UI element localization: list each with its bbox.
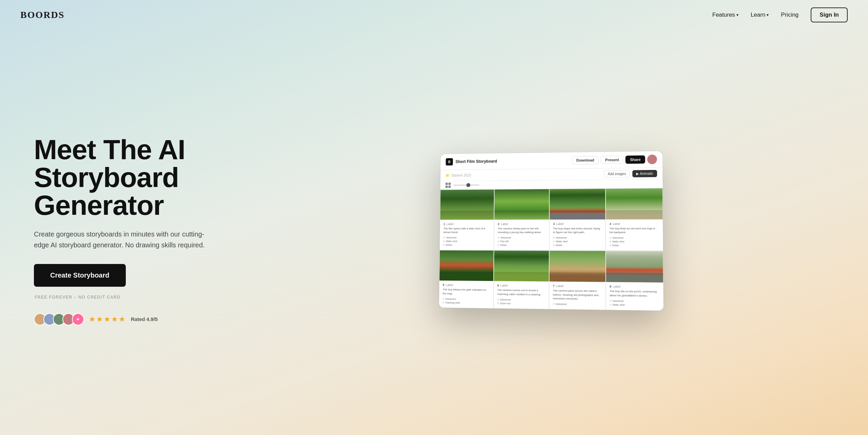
hero-title: Meet The AI Storyboard Generator bbox=[34, 136, 231, 219]
nav-learn[interactable]: Learn ▾ bbox=[751, 12, 769, 18]
cell-field3: Notes bbox=[446, 244, 452, 247]
cell-desc: The film opens with a wide shot of a den… bbox=[443, 227, 490, 234]
create-storyboard-button[interactable]: Create Storyboard bbox=[34, 264, 126, 287]
story-cell-2[interactable]: 2 Label The camera slowly pans to the le… bbox=[494, 189, 550, 251]
story-cell-4[interactable]: 4 Label The boy finds an old worn-out ma… bbox=[606, 188, 663, 251]
cell-label: Label bbox=[446, 222, 453, 226]
app-subtitle-folder-icon: 📁 bbox=[446, 174, 450, 177]
scene-image-5 bbox=[439, 250, 493, 281]
chevron-down-icon: ▾ bbox=[767, 13, 769, 17]
story-cell-5[interactable]: 5 Label The boy follows the path indicat… bbox=[439, 250, 494, 308]
scene-image-7 bbox=[550, 251, 606, 282]
story-cell-6[interactable]: 6 Label The camera zooms out to reveal a… bbox=[493, 250, 549, 309]
app-subtitle-text: Starters 2023 bbox=[451, 173, 471, 177]
nav-pricing[interactable]: Pricing bbox=[781, 12, 798, 18]
cell-field1: Voiceover bbox=[446, 236, 457, 239]
app-title: Short Film Storyboard bbox=[455, 159, 497, 164]
app-window: B Short Film Storyboard Download Present… bbox=[439, 151, 664, 311]
app-add-images-button[interactable]: Add images bbox=[604, 170, 630, 178]
story-cell-3[interactable]: 3 Label The boy stops and looks around, … bbox=[549, 188, 606, 251]
cell-field2: Static shot bbox=[446, 240, 457, 243]
signin-button[interactable]: Sign In bbox=[811, 7, 848, 22]
rating-stars: ★★★★★ bbox=[89, 315, 126, 324]
cta-subtext: FREE FOREVER – NO CREDIT CARD bbox=[34, 295, 231, 300]
app-present-button[interactable]: Present bbox=[601, 156, 624, 164]
cell-num: 1 bbox=[443, 222, 445, 226]
scene-image-3 bbox=[550, 189, 605, 220]
app-share-button[interactable]: Share bbox=[626, 155, 645, 164]
avatar-plus: + bbox=[72, 313, 84, 325]
story-cell-8[interactable]: 8 Label The boy sits on the porch, remin… bbox=[606, 251, 664, 311]
hero-subtitle: Create gorgeous storyboards in minutes w… bbox=[34, 229, 210, 250]
story-cell-7[interactable]: 7 Label The camera pans across the cabin… bbox=[549, 250, 606, 310]
rating-text: Rated 4.9/5 bbox=[131, 316, 158, 322]
storyboard-grid: 1 Label The film opens with a wide shot … bbox=[439, 188, 664, 311]
grid-view-icon[interactable] bbox=[446, 183, 451, 188]
zoom-slider[interactable] bbox=[453, 184, 479, 186]
scene-image-1 bbox=[440, 190, 494, 220]
app-animatic-button[interactable]: ▶ Animatic bbox=[632, 170, 657, 177]
story-cell-1[interactable]: 1 Label The film opens with a wide shot … bbox=[439, 189, 494, 250]
nav-features[interactable]: Features ▾ bbox=[712, 12, 738, 18]
app-user-avatar bbox=[647, 155, 657, 164]
app-download-button[interactable]: Download bbox=[572, 156, 599, 165]
scene-image-6 bbox=[494, 251, 549, 282]
scene-image-2 bbox=[494, 189, 549, 220]
scene-image-8 bbox=[606, 251, 663, 283]
app-logo: B bbox=[446, 158, 453, 166]
scene-image-4 bbox=[606, 188, 663, 220]
logo[interactable]: BOORDS bbox=[20, 10, 64, 20]
chevron-down-icon: ▾ bbox=[736, 13, 738, 17]
